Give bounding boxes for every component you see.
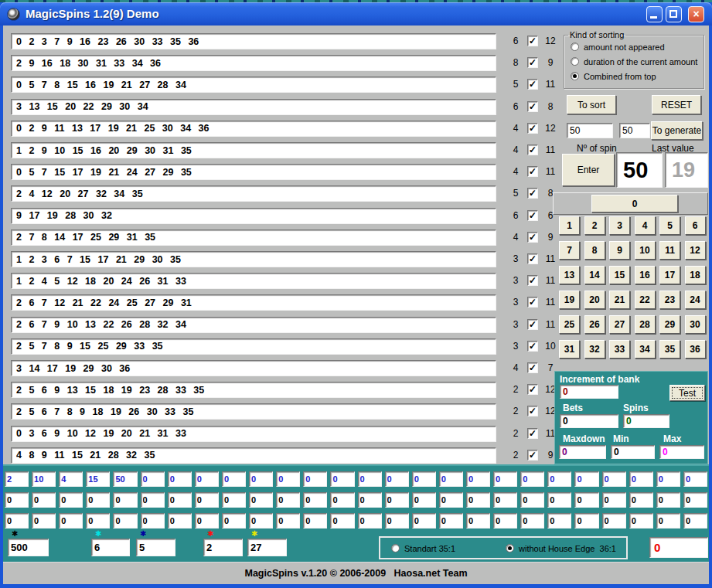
generate-count-input[interactable] — [567, 123, 613, 138]
stat-cell[interactable] — [439, 471, 463, 487]
stat-cell[interactable] — [141, 492, 165, 508]
row-checkbox[interactable]: ✓ — [527, 341, 538, 352]
stat-cell[interactable] — [439, 492, 463, 508]
spin-sequence-field[interactable] — [11, 403, 496, 420]
number-button-22[interactable]: 22 — [635, 291, 656, 309]
number-button-5[interactable]: 5 — [659, 216, 680, 235]
number-button-33[interactable]: 33 — [609, 340, 630, 359]
stat-cell[interactable] — [222, 471, 246, 487]
number-button-28[interactable]: 28 — [635, 315, 656, 334]
result-input[interactable] — [649, 537, 708, 558]
spin-sequence-field[interactable] — [11, 229, 496, 246]
sorting-option[interactable]: Combined from top — [564, 69, 703, 83]
to-sort-button[interactable]: To sort — [567, 95, 616, 114]
number-button-9[interactable]: 9 — [609, 241, 630, 260]
stat-cell[interactable] — [574, 492, 598, 508]
stat-cell[interactable] — [466, 513, 490, 529]
maxdown-input[interactable] — [559, 445, 606, 459]
stat-cell[interactable] — [520, 513, 544, 529]
stat-cell[interactable] — [330, 492, 354, 508]
spin-count-display[interactable]: 50 — [616, 152, 663, 188]
spin-sequence-field[interactable] — [11, 360, 496, 376]
marker-yellow-input[interactable] — [247, 539, 287, 556]
stat-cell[interactable] — [629, 513, 653, 529]
spin-sequence-field[interactable] — [11, 208, 496, 224]
min-input[interactable] — [611, 445, 655, 459]
row-checkbox[interactable]: ✓ — [527, 406, 538, 416]
row-checkbox[interactable]: ✓ — [527, 166, 538, 177]
stat-cell[interactable] — [141, 513, 165, 529]
number-button-6[interactable]: 6 — [685, 216, 706, 235]
spin-sequence-field[interactable] — [11, 426, 496, 442]
spin-sequence-field[interactable] — [11, 142, 496, 158]
number-button-17[interactable]: 17 — [659, 266, 680, 284]
stat-cell[interactable] — [276, 492, 300, 508]
spins-input[interactable] — [623, 414, 669, 428]
stat-cell[interactable] — [656, 471, 680, 487]
number-button-30[interactable]: 30 — [685, 315, 706, 334]
marker-black-input[interactable] — [8, 539, 49, 556]
stat-cell[interactable] — [412, 492, 436, 508]
stat-cell[interactable] — [412, 513, 436, 529]
stat-cell[interactable] — [358, 471, 382, 487]
number-button-19[interactable]: 19 — [559, 291, 580, 309]
stat-cell[interactable] — [222, 492, 246, 508]
spin-sequence-field[interactable] — [11, 76, 496, 93]
stat-cell[interactable] — [32, 513, 56, 529]
number-button-25[interactable]: 25 — [559, 315, 580, 334]
increment-input[interactable] — [560, 385, 618, 399]
reset-button[interactable]: RESET — [652, 95, 701, 114]
stat-cell[interactable] — [493, 471, 517, 487]
enter-button[interactable]: Enter — [562, 154, 615, 186]
stat-cell[interactable] — [520, 471, 544, 487]
spin-sequence-field[interactable] — [11, 382, 496, 398]
stat-cell[interactable] — [385, 513, 409, 529]
stat-cell[interactable] — [249, 513, 273, 529]
number-button-7[interactable]: 7 — [559, 241, 580, 260]
spin-sequence-field[interactable] — [11, 55, 496, 71]
number-button-20[interactable]: 20 — [584, 291, 605, 309]
stat-cell[interactable] — [195, 492, 219, 508]
stat-cell[interactable] — [683, 471, 707, 487]
row-checkbox[interactable]: ✓ — [527, 319, 538, 330]
to-generate-button[interactable]: To generate — [651, 121, 703, 140]
stat-cell[interactable] — [5, 513, 29, 529]
stat-cell[interactable] — [493, 513, 517, 529]
stat-cell[interactable] — [113, 513, 137, 529]
close-button[interactable]: × — [688, 6, 704, 22]
stat-cell[interactable] — [629, 471, 653, 487]
number-button-15[interactable]: 15 — [609, 266, 630, 284]
stat-cell[interactable] — [602, 492, 626, 508]
number-button-27[interactable]: 27 — [609, 315, 630, 334]
stat-cell[interactable] — [5, 492, 29, 508]
number-button-32[interactable]: 32 — [584, 340, 605, 359]
stat-cell[interactable] — [493, 492, 517, 508]
stat-cell[interactable] — [358, 492, 382, 508]
number-button-2[interactable]: 2 — [584, 216, 605, 235]
stat-cell[interactable] — [86, 492, 110, 508]
stat-cell[interactable] — [195, 471, 219, 487]
stat-cell[interactable] — [249, 492, 273, 508]
maximize-button[interactable] — [666, 6, 682, 22]
stat-cell[interactable] — [547, 492, 571, 508]
row-checkbox[interactable]: ✓ — [527, 144, 538, 155]
marker-red-input[interactable] — [203, 539, 243, 556]
number-button-4[interactable]: 4 — [635, 216, 656, 235]
stat-cell[interactable] — [86, 513, 110, 529]
stat-cell[interactable] — [113, 471, 137, 487]
row-checkbox[interactable]: ✓ — [527, 232, 538, 243]
row-checkbox[interactable]: ✓ — [527, 297, 538, 308]
stat-cell[interactable] — [547, 471, 571, 487]
row-checkbox[interactable]: ✓ — [527, 101, 538, 112]
stat-cell[interactable] — [330, 513, 354, 529]
marker-cyan-input[interactable] — [91, 539, 130, 556]
stat-cell[interactable] — [602, 513, 626, 529]
row-checkbox[interactable]: ✓ — [527, 123, 538, 134]
stat-cell[interactable] — [59, 492, 83, 508]
stat-cell[interactable] — [276, 471, 300, 487]
number-button-29[interactable]: 29 — [659, 315, 680, 334]
number-button-36[interactable]: 36 — [685, 340, 706, 359]
payout-option-no-house-edge[interactable]: without House Edge 36:1 — [506, 541, 616, 556]
stat-cell[interactable] — [520, 492, 544, 508]
number-button-16[interactable]: 16 — [635, 266, 656, 284]
